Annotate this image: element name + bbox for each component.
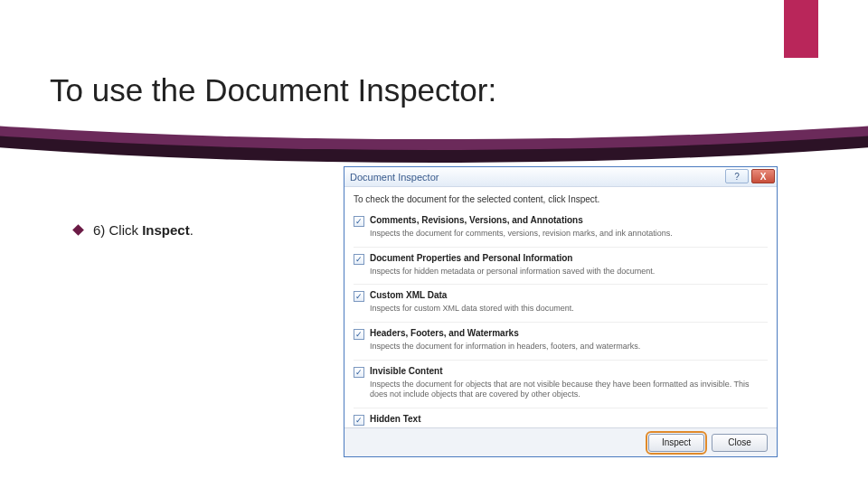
help-icon: ? <box>734 172 740 182</box>
option-title: Custom XML Data <box>370 290 447 300</box>
option-desc: Inspects for hidden metadata or personal… <box>370 267 768 277</box>
option-desc: Inspects the document for information in… <box>370 342 768 352</box>
dialog-footer: Inspect Close <box>344 427 777 456</box>
dialog-instruction: To check the document for the selected c… <box>344 187 777 210</box>
checkbox-headers[interactable]: ✓ <box>354 329 364 340</box>
bullet-item: 6) Click Inspect. <box>74 222 193 238</box>
bullet-suffix: . <box>190 222 193 238</box>
bullet-bold: Inspect <box>142 222 190 238</box>
inspect-button-label: Inspect <box>662 437 691 447</box>
close-window-button[interactable]: X <box>751 169 775 183</box>
bullet-icon <box>72 224 84 236</box>
close-button[interactable]: Close <box>712 434 768 452</box>
option-title: Headers, Footers, and Watermarks <box>370 328 519 338</box>
close-button-label: Close <box>728 437 751 447</box>
option-title: Hidden Text <box>370 414 420 424</box>
bullet-prefix: 6) Click <box>93 222 142 238</box>
option-headers: ✓ Headers, Footers, and Watermarks Inspe… <box>354 323 768 361</box>
titlebar-buttons: ? X <box>725 169 775 183</box>
option-properties: ✓ Document Properties and Personal Infor… <box>354 248 768 286</box>
option-desc: Inspects for custom XML data stored with… <box>370 304 768 314</box>
accent-tab <box>784 0 818 58</box>
option-desc: Inspects the document for comments, vers… <box>370 229 768 239</box>
dialog-titlebar[interactable]: Document Inspector ? X <box>344 167 777 187</box>
checkbox-invisible[interactable]: ✓ <box>354 367 364 378</box>
option-comments: ✓ Comments, Revisions, Versions, and Ann… <box>354 210 768 248</box>
help-button[interactable]: ? <box>725 169 749 183</box>
document-inspector-dialog: Document Inspector ? X To check the docu… <box>344 166 778 457</box>
inspector-options: ✓ Comments, Revisions, Versions, and Ann… <box>344 210 777 432</box>
option-title: Comments, Revisions, Versions, and Annot… <box>370 215 583 225</box>
inspect-button[interactable]: Inspect <box>648 434 704 452</box>
checkbox-hidden-text[interactable]: ✓ <box>354 415 364 426</box>
option-desc: Inspects the document for objects that a… <box>370 380 768 400</box>
bullet-text: 6) Click Inspect. <box>93 222 193 238</box>
checkbox-xml[interactable]: ✓ <box>354 291 364 302</box>
checkbox-properties[interactable]: ✓ <box>354 254 364 265</box>
slide-title: To use the Document Inspector: <box>50 72 496 108</box>
option-title: Document Properties and Personal Informa… <box>370 253 572 263</box>
option-invisible: ✓ Invisible Content Inspects the documen… <box>354 361 768 408</box>
dialog-title: Document Inspector <box>350 172 439 183</box>
option-title: Invisible Content <box>370 366 443 376</box>
option-xml: ✓ Custom XML Data Inspects for custom XM… <box>354 285 768 323</box>
checkbox-comments[interactable]: ✓ <box>354 216 364 227</box>
close-icon: X <box>760 172 767 182</box>
